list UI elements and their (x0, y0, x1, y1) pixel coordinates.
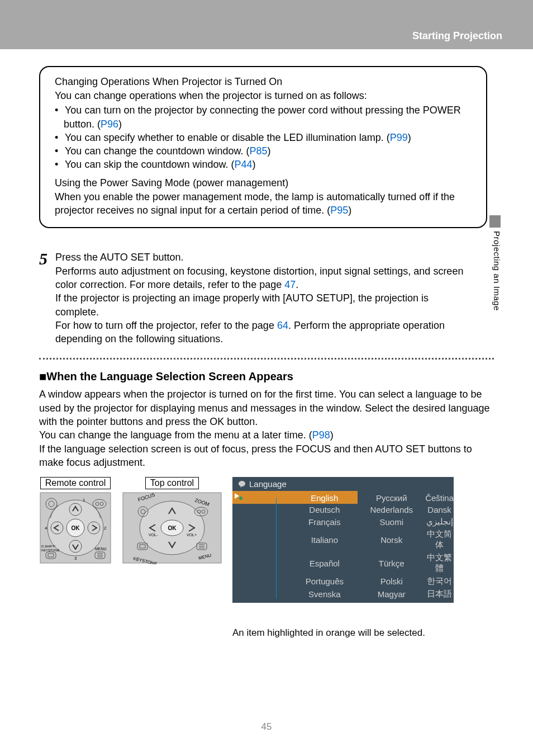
lang-cell[interactable]: Português (291, 575, 358, 588)
top-control-block: Top control OK FOCUS ZOOM (122, 477, 222, 564)
svg-text:4: 4 (45, 526, 47, 531)
side-section-label: Projecting an Image (492, 231, 502, 311)
page-number: 45 (0, 721, 533, 733)
box-heading-2: Using the Power Saving Mode (power manag… (55, 177, 474, 189)
lang-row: English Русский Čeština (232, 491, 454, 504)
callout-line (276, 498, 277, 599)
lang-cell[interactable]: Suomi (358, 516, 425, 528)
link-p95[interactable]: P95 (330, 205, 348, 216)
lang-cell[interactable]: Türkçe (358, 551, 425, 575)
svg-text:KEYSTONE: KEYSTONE (41, 549, 60, 552)
step-p3: For how to turn off the projector, refer… (55, 319, 472, 346)
dotted-divider (39, 358, 494, 360)
lang-cell[interactable]: Polski (358, 575, 425, 588)
bullet-2: You can specify whether to enable or dis… (55, 131, 474, 144)
step-title: Press the AUTO SET button. (55, 251, 472, 264)
box-para-1: You can change operations when the proje… (55, 89, 474, 102)
section-p2: You can change the language from the men… (39, 428, 494, 442)
section-p3: If the language selection screen is out … (39, 442, 494, 470)
box-para-2: When you enable the power management mod… (55, 190, 474, 218)
language-header: Language (232, 477, 454, 491)
bullet-1: You can turn on the projector by connect… (55, 103, 474, 131)
lang-row: FrançaisSuomiإنجليزي (232, 516, 454, 528)
top-control-diagram: OK FOCUS ZOOM KEYSTONE MENU VOL- VO (122, 492, 222, 564)
bullet-3: You can change the countdown window. (P8… (55, 144, 474, 158)
language-caption: An item highlighted in orange will be se… (232, 627, 454, 639)
link-64[interactable]: 64 (277, 320, 288, 331)
lang-cell[interactable]: 日本語 (425, 588, 454, 603)
side-tab-marker (489, 215, 501, 228)
lang-cell[interactable]: 中文简体 (425, 528, 454, 551)
svg-text:3: 3 (74, 556, 77, 561)
svg-text:D.SHIFT/: D.SHIFT/ (41, 545, 55, 548)
lang-cell[interactable]: Čeština (425, 491, 454, 504)
language-table: English Русский Čeština DeutschNederland… (232, 491, 454, 603)
section-heading: ■When the Language Selection Screen Appe… (39, 370, 494, 384)
lang-cell[interactable]: Magyar (358, 588, 425, 603)
step-p2: If the projector is projecting an image … (55, 291, 472, 319)
language-panel-wrap: Language English Русский Čeština Deutsch… (232, 477, 454, 639)
link-p85[interactable]: P85 (250, 145, 268, 157)
lang-cell[interactable]: Español (291, 551, 358, 575)
step-number: 5 (39, 251, 47, 267)
svg-text:2: 2 (104, 526, 107, 531)
svg-text:1: 1 (83, 498, 85, 503)
step-p1: Performs auto adjustment on focusing, ke… (55, 264, 472, 292)
section-p1: A window appears when the projector is t… (39, 388, 494, 428)
svg-point-46 (239, 481, 245, 486)
bullet-4: You can skip the countdown window. (P44) (55, 158, 474, 171)
lang-cell[interactable]: 中文繁體 (425, 551, 454, 575)
link-p98[interactable]: P98 (312, 429, 330, 441)
lang-cell[interactable]: Italiano (291, 528, 358, 551)
lang-row: DeutschNederlandsDansk (232, 504, 454, 516)
svg-text:OK: OK (168, 525, 177, 531)
remote-control-diagram: OK 1 2 (39, 492, 112, 564)
link-p96[interactable]: P96 (101, 119, 118, 130)
info-box: Changing Operations When Projector is Tu… (39, 66, 487, 228)
box-bullets: You can turn on the projector by connect… (55, 103, 474, 171)
lang-row: SvenskaMagyar日本語 (232, 588, 454, 603)
selection-marker (232, 491, 291, 504)
lang-cell[interactable]: Français (291, 516, 358, 528)
lang-cell[interactable]: Dansk (425, 504, 454, 516)
square-icon: ■ (39, 370, 46, 384)
lang-cell[interactable]: English (291, 491, 358, 504)
svg-text:MENU: MENU (95, 547, 107, 551)
box-heading-1: Changing Operations When Projector is Tu… (55, 76, 474, 88)
header-title: Starting Projection (412, 30, 502, 42)
ok-label: OK (72, 525, 80, 531)
svg-text:VOL-: VOL- (149, 533, 158, 537)
lang-cell[interactable]: 한국어 (425, 575, 454, 588)
lang-cell[interactable]: Svenska (291, 588, 358, 603)
svg-text:VOL+: VOL+ (187, 533, 197, 537)
controls-row: Remote control OK (39, 477, 494, 639)
speech-icon (238, 480, 246, 488)
top-label: Top control (145, 477, 199, 489)
link-p44[interactable]: P44 (235, 159, 253, 170)
step-5: 5 Press the AUTO SET button. Performs au… (39, 251, 494, 346)
lang-cell[interactable]: Nederlands (358, 504, 425, 516)
page-header: Starting Projection (0, 0, 533, 49)
language-panel: Language English Русский Čeština Deutsch… (232, 477, 454, 603)
remote-control-block: Remote control OK (39, 477, 112, 564)
lang-row: EspañolTürkçe中文繁體 (232, 551, 454, 575)
svg-point-47 (239, 497, 242, 500)
link-47[interactable]: 47 (284, 279, 296, 290)
lang-cell[interactable]: Norsk (358, 528, 425, 551)
lang-cell[interactable]: Русский (358, 491, 425, 504)
lang-row: ItalianoNorsk中文简体 (232, 528, 454, 551)
lang-cell[interactable]: إنجليزي (425, 516, 454, 528)
lang-row: PortuguêsPolski한국어 (232, 575, 454, 588)
lang-cell[interactable]: Deutsch (291, 504, 358, 516)
link-p99[interactable]: P99 (390, 132, 408, 143)
remote-label: Remote control (40, 477, 111, 489)
